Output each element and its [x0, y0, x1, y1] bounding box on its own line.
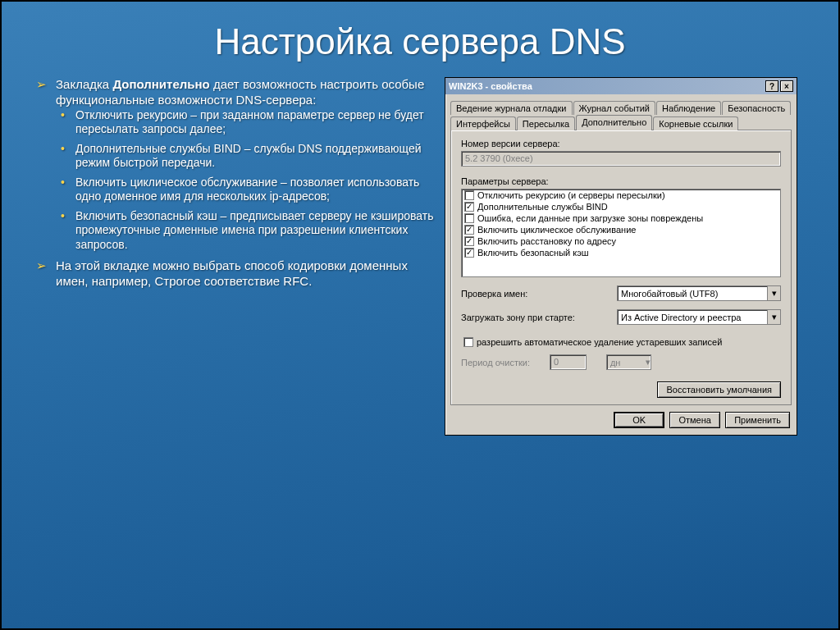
checkbox[interactable]: [464, 190, 474, 200]
tab-interfaces[interactable]: Интерфейсы: [450, 116, 516, 130]
param-label: Включить циклическое обслуживание: [477, 225, 636, 235]
param-item[interactable]: Ошибка, если данные при загрузке зоны по…: [462, 212, 780, 224]
close-button[interactable]: ×: [780, 80, 793, 92]
param-label: Отключить рекурсию (и серверы пересылки): [477, 190, 665, 200]
checkbox[interactable]: ✓: [464, 225, 474, 235]
sub-bullet: Отключить рекурсию – при заданном параме…: [72, 108, 436, 137]
params-label: Параметры сервера:: [461, 176, 781, 186]
cancel-button[interactable]: Отмена: [669, 412, 720, 428]
name-check-dropdown[interactable]: Многобайтовый (UTF8) ▾: [617, 285, 781, 301]
tab-forwarding[interactable]: Пересылка: [517, 116, 575, 130]
checkbox[interactable]: ✓: [464, 202, 474, 212]
bullet-2: На этой вкладке можно выбрать способ код…: [51, 258, 436, 290]
sub-bullet: Включить безопасный кэш – предписывает с…: [72, 209, 436, 253]
param-label: Включить расстановку по адресу: [477, 236, 616, 246]
param-item[interactable]: ✓Включить безопасный кэш: [462, 247, 780, 258]
server-params-list[interactable]: Отключить рекурсию (и серверы пересылки)…: [461, 189, 781, 277]
advanced-panel: Номер версии сервера: 5.2 3790 (0xece) П…: [450, 130, 792, 405]
checkbox[interactable]: ✓: [464, 248, 474, 258]
version-label: Номер версии сервера:: [461, 139, 781, 148]
auto-delete-checkbox[interactable]: [463, 337, 473, 347]
titlebar[interactable]: WIN2K3 - свойства ? ×: [445, 78, 797, 94]
help-button[interactable]: ?: [765, 80, 778, 92]
param-item[interactable]: ✓Включить расстановку по адресу: [462, 235, 780, 247]
dialog-footer: OK Отмена Применить: [445, 405, 797, 435]
chevron-down-icon: ▾: [767, 310, 780, 324]
param-item[interactable]: Отключить рекурсию (и серверы пересылки): [462, 189, 780, 201]
param-label: Дополнительные службы BIND: [477, 202, 608, 212]
checkbox[interactable]: [464, 213, 474, 223]
slide-body: Закладка Дополнительно дает возможность …: [34, 77, 436, 436]
sub-bullet: Включить циклическое обслуживание – позв…: [72, 176, 436, 204]
load-zone-dropdown[interactable]: Из Active Directory и реестра ▾: [617, 309, 781, 325]
name-check-label: Проверка имен:: [461, 289, 527, 299]
period-unit-dropdown: дн ▾: [606, 354, 651, 370]
ok-button[interactable]: OK: [614, 412, 664, 428]
version-field: 5.2 3790 (0xece): [461, 151, 781, 167]
bullet-1: Закладка Дополнительно дает возможность …: [51, 77, 436, 252]
tab-advanced[interactable]: Дополнительно: [576, 115, 652, 130]
tab-event-log[interactable]: Журнал событий: [573, 101, 655, 115]
tab-security[interactable]: Безопасность: [722, 101, 791, 115]
auto-delete-label: разрешить автоматическое удаление устаре…: [477, 337, 722, 347]
param-label: Ошибка, если данные при загрузке зоны по…: [477, 213, 703, 223]
checkbox[interactable]: ✓: [464, 236, 474, 246]
tab-debug-log[interactable]: Ведение журнала отладки: [450, 101, 573, 115]
period-value-field: 0: [550, 354, 587, 370]
properties-dialog: WIN2K3 - свойства ? × Ведение журнала от…: [445, 77, 797, 436]
chevron-down-icon: ▾: [767, 286, 780, 300]
slide-title: Настройка сервера DNS: [2, 21, 838, 62]
load-zone-label: Загружать зону при старте:: [461, 313, 575, 322]
period-label: Период очистки:: [461, 358, 530, 368]
chevron-down-icon: ▾: [646, 357, 651, 368]
tab-root-hints[interactable]: Корневые ссылки: [653, 116, 738, 130]
sub-bullet: Дополнительные службы BIND – службы DNS …: [72, 142, 436, 171]
tab-monitoring[interactable]: Наблюдение: [656, 101, 721, 115]
param-item[interactable]: ✓Дополнительные службы BIND: [462, 201, 780, 212]
window-title: WIN2K3 - свойства: [449, 81, 532, 91]
param-item[interactable]: ✓Включить циклическое обслуживание: [462, 224, 780, 235]
restore-defaults-button[interactable]: Восстановить умолчания: [657, 381, 781, 398]
apply-button[interactable]: Применить: [725, 412, 790, 428]
param-label: Включить безопасный кэш: [477, 248, 589, 258]
